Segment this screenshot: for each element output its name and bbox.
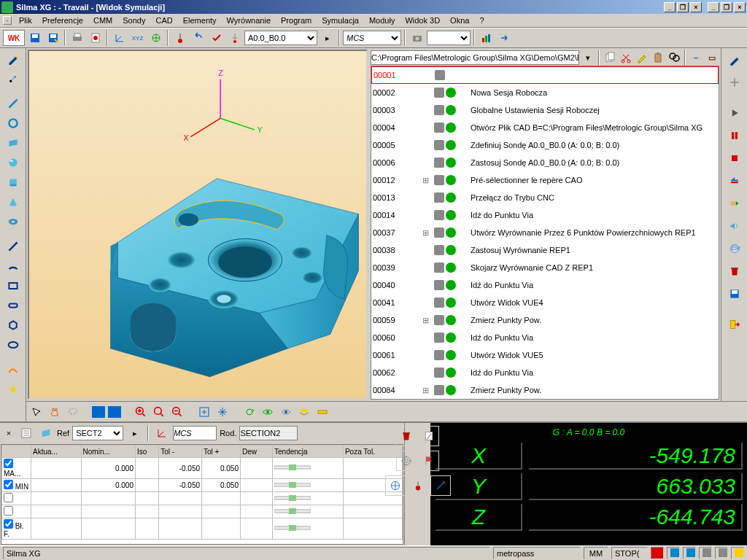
hex-tool-icon[interactable] xyxy=(2,316,24,335)
style2-icon[interactable] xyxy=(107,405,122,419)
trash-icon[interactable] xyxy=(396,426,417,446)
lasso-icon[interactable] xyxy=(64,404,81,420)
results-table[interactable]: Aktua...Nomin...IsoTol -Tol +DewTendencj… xyxy=(1,444,403,545)
pen2-icon[interactable] xyxy=(724,50,746,70)
collapse-icon[interactable]: – xyxy=(689,50,703,65)
feature-icon[interactable] xyxy=(37,425,54,441)
program-row[interactable]: 00060Idź do Punktu Via xyxy=(371,329,719,346)
menu-moduly[interactable]: Moduły xyxy=(365,15,399,26)
program-row[interactable]: 00040Idź do Punktu Via xyxy=(371,276,719,294)
cone-tool-icon[interactable] xyxy=(2,192,24,211)
menu-symulacja[interactable]: Symulacja xyxy=(317,15,363,26)
paste-icon[interactable] xyxy=(651,50,665,65)
step-icon[interactable] xyxy=(724,193,746,214)
chart-button[interactable] xyxy=(478,30,495,46)
ellipse-tool-icon[interactable] xyxy=(2,335,24,354)
pen-tool-icon[interactable] xyxy=(2,50,24,69)
axes2-icon[interactable] xyxy=(153,425,170,441)
save2-icon[interactable] xyxy=(724,284,746,304)
sphere-tool-icon[interactable] xyxy=(2,153,24,172)
elem-icon[interactable]: Elem xyxy=(724,238,746,259)
row-check[interactable] xyxy=(4,506,13,516)
pause-icon[interactable] xyxy=(724,125,746,146)
menu-sondy[interactable]: Sondy xyxy=(118,15,150,26)
print-button[interactable] xyxy=(69,30,85,46)
zoomfit-icon[interactable] xyxy=(150,404,167,420)
undo-button[interactable] xyxy=(190,30,206,46)
path-drop-button[interactable]: ▾ xyxy=(581,50,595,65)
rewind-icon[interactable] xyxy=(724,171,746,191)
close-panel-icon[interactable]: ▭ xyxy=(705,50,719,65)
torus-tool-icon[interactable] xyxy=(2,212,24,231)
edit-icon[interactable] xyxy=(635,50,649,65)
save-button[interactable] xyxy=(26,30,43,46)
circle-tool-icon[interactable] xyxy=(2,114,24,133)
cursor-icon[interactable] xyxy=(28,404,44,420)
program-row[interactable]: 00012⊞Pré-sélectionner le repère CAO xyxy=(371,171,719,189)
axes-button[interactable] xyxy=(111,30,128,46)
program-row[interactable]: 00061Utwórz Widok VUE5 xyxy=(371,346,719,364)
zoomout-icon[interactable] xyxy=(169,404,185,420)
table-row[interactable]: MA...0.000-0.0500.050 xyxy=(2,458,403,479)
program-row[interactable]: 00059⊞Zmierz Punkty Pow. xyxy=(371,311,719,329)
program-row[interactable]: 00037⊞Utwórz Wyrównanie Przez 6 Punktów … xyxy=(371,224,719,241)
program-list[interactable]: 0000100002Nowa Sesja Robocza00003Globaln… xyxy=(371,66,719,400)
program-row[interactable]: 00004Otwórz Plik CAD B=C:\Program Files\… xyxy=(371,119,719,136)
save-as-button[interactable] xyxy=(44,30,61,46)
table-row[interactable]: MIN0.000-0.0500.050 xyxy=(2,479,403,492)
results-list-icon[interactable] xyxy=(18,425,34,441)
program-row[interactable]: 00006Zastosuj Sondę A0.0_B0.0 (A: 0.0; B… xyxy=(371,154,719,171)
export-button[interactable] xyxy=(496,30,513,46)
flag-icon[interactable] xyxy=(419,451,439,471)
slot-tool-icon[interactable] xyxy=(2,296,24,315)
spark-tool-icon[interactable] xyxy=(2,380,24,399)
menu-cad[interactable]: CAD xyxy=(151,15,177,26)
system-menu-button[interactable]: - xyxy=(3,16,12,25)
rotate-icon[interactable] xyxy=(241,404,258,420)
wand-icon[interactable] xyxy=(430,475,451,496)
line2-tool-icon[interactable] xyxy=(2,237,24,256)
coords-button[interactable] xyxy=(147,30,164,46)
cs2-input[interactable] xyxy=(173,426,217,440)
menu-preferencje[interactable]: Preferencje xyxy=(38,15,88,26)
table-row[interactable] xyxy=(2,505,403,518)
row-check[interactable] xyxy=(4,519,13,529)
menu-wyrownanie[interactable]: Wyrównanie xyxy=(222,15,275,26)
minimize-button[interactable]: _ xyxy=(664,2,676,12)
program-row[interactable]: 00062Idź do Punktu Via xyxy=(371,364,719,381)
cross-icon[interactable] xyxy=(724,72,746,93)
probe-button[interactable] xyxy=(171,30,188,46)
stop-icon[interactable] xyxy=(724,148,746,168)
zoomin-icon[interactable] xyxy=(132,404,149,420)
delete-icon[interactable] xyxy=(724,261,746,281)
menu-cmm[interactable]: CMM xyxy=(89,15,117,26)
auto-button[interactable] xyxy=(208,30,225,46)
view-combo[interactable] xyxy=(427,31,471,45)
row-check[interactable] xyxy=(4,480,13,489)
rod-input[interactable] xyxy=(239,426,298,440)
style1-icon[interactable] xyxy=(91,405,106,419)
ref-combo[interactable]: SECT2 xyxy=(72,426,123,440)
cut-icon[interactable] xyxy=(619,50,633,65)
menu-help[interactable]: ? xyxy=(475,15,488,26)
path-input[interactable] xyxy=(371,50,579,65)
wk-button[interactable]: WK xyxy=(3,30,25,46)
plane-tool-icon[interactable] xyxy=(2,133,24,152)
note-icon[interactable] xyxy=(419,426,439,446)
probe2-icon[interactable] xyxy=(408,475,428,496)
menu-program[interactable]: Program xyxy=(276,15,316,26)
probe-combo[interactable]: A0.0_B0.0 xyxy=(244,31,317,45)
copy-icon[interactable] xyxy=(603,50,617,65)
cs-combo[interactable]: MCS xyxy=(343,31,401,45)
program-row[interactable]: 00041Utwórz Widok VUE4 xyxy=(371,294,719,311)
probe-select-button[interactable] xyxy=(226,30,243,46)
report-button[interactable] xyxy=(87,30,104,46)
menu-okna[interactable]: Okna xyxy=(446,15,473,26)
program-row[interactable]: 00014Idź do Punktu Via xyxy=(371,206,719,224)
close-results-icon[interactable]: × xyxy=(3,427,15,439)
xyz-button[interactable]: XYZ xyxy=(129,30,146,46)
sound-icon[interactable] xyxy=(724,216,746,236)
program-row[interactable]: 00038Zastosuj Wyrównanie REP1 xyxy=(371,241,719,259)
3d-viewport[interactable]: Z X Y xyxy=(28,50,368,400)
measure-icon[interactable] xyxy=(314,404,330,420)
